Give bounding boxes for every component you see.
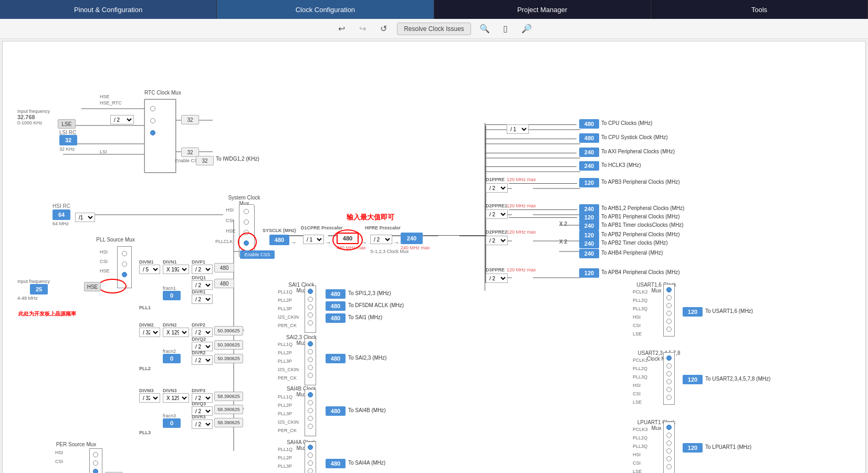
sai1-mux-r2[interactable] <box>308 297 313 302</box>
apb1-timer-val[interactable]: 240 <box>579 221 599 230</box>
rtc-mux-radio-3[interactable] <box>150 130 155 135</box>
ahb4-val[interactable]: 240 <box>579 249 599 258</box>
divr2-select[interactable]: / 2 <box>192 355 213 365</box>
per-mux-radio-2[interactable] <box>93 460 98 466</box>
axi-val[interactable]: 240 <box>579 148 599 157</box>
apb4-val[interactable]: 120 <box>579 268 599 278</box>
sai1-mux-r1[interactable] <box>308 289 313 294</box>
enable-css-button[interactable]: Enable CSS <box>240 250 275 259</box>
usart2345-out-val[interactable]: 120 <box>683 375 703 384</box>
hsi-div1-select[interactable]: /1 <box>75 213 95 222</box>
hse-input-value[interactable]: 25 <box>30 284 48 295</box>
usart16-mux-r6[interactable] <box>666 327 672 332</box>
sai4b-mux-r2[interactable] <box>308 400 313 405</box>
hclk3-val[interactable]: 240 <box>579 161 599 171</box>
sai4a-mux-r2[interactable] <box>308 453 313 458</box>
divq1-select[interactable]: / 2 <box>192 280 213 290</box>
sai23-mux-r5[interactable] <box>308 373 313 378</box>
sai4a-mux-r3[interactable] <box>308 460 313 466</box>
sai1-mux-r5[interactable] <box>308 320 313 325</box>
sai1-mux-r3[interactable] <box>308 304 313 310</box>
divn2-select[interactable]: X 129 <box>163 328 189 337</box>
usart2345-mux-r3[interactable] <box>666 371 672 376</box>
divm1-select[interactable]: / 5 <box>139 265 160 274</box>
sai4a-out-val[interactable]: 480 <box>326 459 346 468</box>
divn1-select[interactable]: X 192 <box>163 265 189 274</box>
df5-out-val[interactable]: 480 <box>326 301 346 311</box>
enable-css-val[interactable]: 32 <box>196 156 214 165</box>
lsi-rc-value[interactable]: 32 <box>59 135 77 145</box>
undo-button[interactable]: ↩ <box>334 22 349 36</box>
sys-mux-radio-hsi[interactable] <box>244 209 249 214</box>
sai23-mux-r3[interactable] <box>308 357 313 362</box>
nav-project-manager[interactable]: Project Manager <box>434 0 651 19</box>
sai4a-mux-r1[interactable] <box>308 445 313 450</box>
sai4b-mux-r5[interactable] <box>308 424 313 429</box>
spi-out-val[interactable]: 480 <box>326 289 346 299</box>
usart2345-mux-r1[interactable] <box>666 355 672 361</box>
d2ppre1-select[interactable]: / 2 <box>486 209 508 219</box>
sys-mux-radio-csi[interactable] <box>244 219 249 225</box>
divq2-out[interactable]: 50.390625 <box>214 340 243 350</box>
apb3-val[interactable]: 120 <box>579 178 599 187</box>
sai4b-mux-r1[interactable] <box>308 392 313 397</box>
usart16-mux-r1[interactable] <box>666 287 672 292</box>
sai23-mux-r1[interactable] <box>308 341 313 346</box>
d1cpre-select[interactable]: / 1 <box>303 235 324 244</box>
redo-button[interactable]: ↪ <box>355 22 370 36</box>
divq1-out[interactable]: 480 <box>214 279 234 288</box>
divp3-out[interactable]: 58.390625 <box>214 392 243 401</box>
divm2-select[interactable]: / 32 <box>139 328 160 337</box>
lpuart1-mux-r6[interactable] <box>666 464 672 469</box>
divn3-select[interactable]: X 129 <box>163 393 189 403</box>
sysclk-value[interactable]: 480 <box>269 235 289 245</box>
fracn3-val[interactable]: 0 <box>163 418 181 428</box>
nav-tools[interactable]: Tools <box>651 0 868 19</box>
lpuart1-mux-r4[interactable] <box>666 448 672 454</box>
sys-mux-radio-pll[interactable] <box>244 240 249 246</box>
hpre-out-value[interactable]: 240 <box>401 233 423 244</box>
divr3-select[interactable]: / 2 <box>192 419 213 429</box>
sai4b-out-val[interactable]: 480 <box>326 406 346 416</box>
hse-box[interactable]: HSE <box>84 282 101 291</box>
d3ppre-select[interactable]: / 2 <box>486 274 508 283</box>
lpuart1-mux-r2[interactable] <box>666 433 672 438</box>
usart16-mux-r3[interactable] <box>666 303 672 308</box>
sai23-mux-r2[interactable] <box>308 349 313 354</box>
divm3-select[interactable]: / 32 <box>139 393 160 403</box>
lpuart1-mux-r1[interactable] <box>666 425 672 430</box>
usart2345-mux-r4[interactable] <box>666 379 672 384</box>
divp1-select[interactable]: / 2 <box>192 265 213 274</box>
search-button[interactable]: 🔍 <box>477 22 492 36</box>
d2ppre2-select[interactable]: / 2 <box>486 236 508 245</box>
usart16-mux-r5[interactable] <box>666 319 672 324</box>
hsi-rc-value[interactable]: 64 <box>53 209 70 220</box>
cpu-div1-select[interactable]: / 1 <box>507 124 529 134</box>
apb2-timer-val[interactable]: 240 <box>579 239 599 248</box>
fracn1-val[interactable]: 0 <box>163 291 181 300</box>
usart2345-mux-r2[interactable] <box>666 363 672 369</box>
usart16-out-val[interactable]: 120 <box>683 307 703 317</box>
d1ppre-select[interactable]: / 2 <box>486 183 508 193</box>
sai4b-mux-r3[interactable] <box>308 408 313 413</box>
resolve-clock-issues-button[interactable]: Resolve Clock Issues <box>397 23 471 35</box>
sai4a-mux-r4[interactable] <box>308 468 313 473</box>
pll-mux-radio-csi[interactable] <box>122 261 127 267</box>
cpu-clk-val[interactable]: 480 <box>579 119 599 129</box>
usart2345-mux-r6[interactable] <box>666 395 672 400</box>
rtc-mux-radio-1[interactable] <box>150 106 155 111</box>
fracn2-val[interactable]: 0 <box>163 354 181 363</box>
pll-mux-radio-hsi[interactable] <box>122 251 127 256</box>
divr3-out[interactable]: 58.390625 <box>214 418 243 427</box>
sai1-out-val[interactable]: 480 <box>326 313 346 323</box>
lse-box[interactable]: LSE <box>58 119 76 129</box>
frame-button[interactable]: ▯ <box>498 22 513 36</box>
pll-mux-radio-hse[interactable] <box>122 272 127 277</box>
refresh-button[interactable]: ↺ <box>376 22 391 36</box>
divp2-select[interactable]: / 2 <box>192 328 213 337</box>
d1cpre-480-value[interactable]: 480 <box>337 233 359 244</box>
lpuart1-mux-r5[interactable] <box>666 456 672 461</box>
divp1-out[interactable]: 480 <box>214 263 234 272</box>
usart16-mux-r2[interactable] <box>666 295 672 300</box>
cpu-systick-val[interactable]: 480 <box>579 133 599 143</box>
